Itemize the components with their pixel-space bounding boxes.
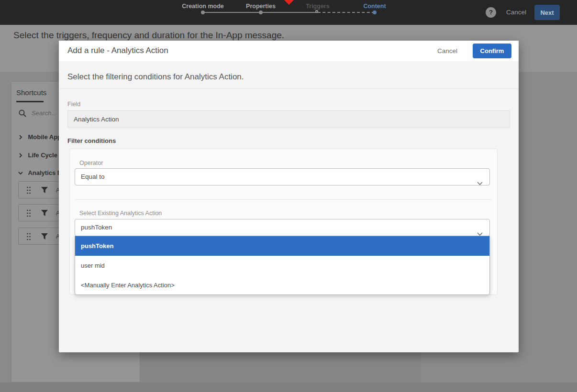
progress-marker-icon: [284, 0, 294, 5]
filter-conditions-heading: Filter conditions: [67, 137, 116, 144]
next-button[interactable]: Next: [534, 5, 560, 20]
wizard-dot-done: [201, 11, 205, 14]
dialog-confirm-button[interactable]: Confirm: [473, 44, 511, 58]
wizard-dot-pending: [315, 10, 318, 13]
wizard-step-properties[interactable]: Properties: [246, 3, 276, 10]
wizard-track-segment: [261, 12, 318, 13]
divider: [59, 88, 519, 89]
analytics-action-dropdown: pushToken user mid <Manually Enter Analy…: [75, 236, 490, 295]
wizard-track-segment: [203, 12, 261, 13]
wizard-dot-active: [373, 11, 377, 14]
divider: [75, 199, 491, 200]
top-nav: Creation mode Properties Triggers Conten…: [0, 0, 577, 25]
wizard-dot-done: [259, 11, 263, 14]
help-icon[interactable]: ?: [486, 7, 496, 18]
wizard-track-segment-dashed: [318, 12, 375, 13]
field-value-input[interactable]: Analytics Action: [67, 110, 510, 128]
cancel-button[interactable]: Cancel: [506, 9, 526, 16]
dialog-subtitle: Select the filtering conditions for Anal…: [67, 72, 244, 82]
operator-label: Operator: [79, 160, 103, 166]
dropdown-option-user-mid[interactable]: user mid: [75, 256, 489, 275]
chevron-down-icon: [477, 175, 483, 192]
analytics-action-select[interactable]: pushToken: [75, 219, 490, 236]
filter-conditions-panel: Operator Equal to Select Existing Analyt…: [69, 149, 498, 295]
wizard-step-content[interactable]: Content: [363, 3, 386, 10]
analytics-action-label: Select Existing Analytics Action: [79, 210, 162, 217]
dropdown-option-manual-entry[interactable]: <Manually Enter Analytics Action>: [75, 275, 489, 295]
operator-select[interactable]: Equal to: [75, 168, 490, 185]
dialog-header: Add a rule - Analytics Action Cancel Con…: [59, 41, 519, 61]
wizard-step-triggers[interactable]: Triggers: [306, 3, 329, 10]
wizard-step-creation-mode[interactable]: Creation mode: [182, 3, 224, 10]
add-rule-dialog: Add a rule - Analytics Action Cancel Con…: [59, 41, 519, 352]
field-label: Field: [67, 101, 80, 108]
dropdown-option-pushtoken[interactable]: pushToken: [75, 236, 489, 256]
dialog-title: Add a rule - Analytics Action: [67, 46, 168, 55]
dialog-cancel-button[interactable]: Cancel: [437, 47, 457, 54]
